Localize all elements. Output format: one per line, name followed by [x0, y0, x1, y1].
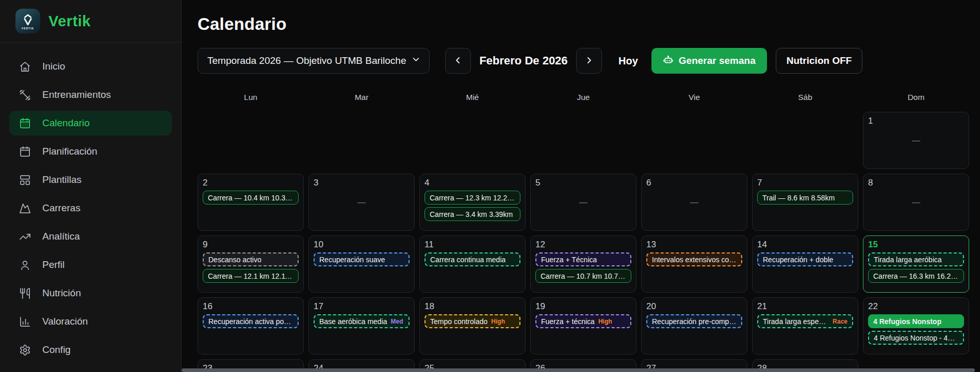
event-chip[interactable]: Carrera — 16.3 km 16.25km	[868, 269, 964, 283]
day-cell-19[interactable]: 19Fuerza + técnicaHigh	[530, 297, 636, 354]
day-cell-12[interactable]: 12Fuerza + TécnicaCarrera — 10.7 km 10.7…	[530, 235, 636, 293]
day-number: 5	[535, 177, 631, 188]
trending-up-icon	[19, 230, 31, 243]
day-cell-7[interactable]: 7Trail — 8.6 km 8.58km	[752, 174, 858, 231]
empty-day-marker: —	[912, 198, 920, 207]
day-number: 9	[203, 239, 299, 250]
templates-icon	[19, 174, 31, 186]
brand[interactable]: VERTIK Vertik	[0, 0, 181, 42]
sidebar-item-carreras[interactable]: Carreras	[9, 196, 172, 221]
empty-slot	[308, 112, 415, 169]
day-cell-20[interactable]: 20Recuperación pre-compete...	[641, 297, 747, 354]
intensity-badge: High	[491, 318, 505, 325]
day-number: 16	[203, 301, 299, 312]
event-chip[interactable]: Carrera continua media	[424, 252, 520, 266]
event-chip[interactable]: Descanso activo	[203, 252, 299, 266]
day-cell-14[interactable]: 14Recuperación + doble	[752, 235, 858, 293]
event-chip[interactable]: Carrera — 10.4 km 10.38km	[203, 191, 299, 205]
event-chip[interactable]: Fuerza + técnicaHigh	[535, 314, 631, 328]
event-chip[interactable]: 4 Refugios Nonstop	[868, 314, 964, 328]
dumbbell-icon	[19, 89, 31, 101]
sidebar-item-planificacion[interactable]: Planificación	[9, 139, 172, 164]
gear-icon	[19, 344, 31, 356]
event-label: Carrera continua media	[430, 256, 505, 264]
sidebar-item-label: Plantillas	[42, 174, 81, 185]
generate-week-button[interactable]: Generar semana	[651, 48, 767, 74]
empty-slot	[530, 112, 636, 169]
weekday-header-row: LunMarMiéJueVieSábDom	[198, 93, 969, 102]
event-chip[interactable]: Carrera — 10.7 km 10.7km	[535, 269, 631, 283]
weekday-label: Lun	[198, 93, 304, 102]
day-cell-17[interactable]: 17Base aeróbica mediaMed	[308, 297, 415, 354]
sidebar-item-perfil[interactable]: Perfil	[9, 252, 172, 277]
sidebar-item-label: Perfil	[42, 259, 64, 270]
event-label: Carrera — 12.1 km 12.11km	[208, 272, 293, 280]
day-cell-10[interactable]: 10Recuperación suave	[308, 235, 415, 293]
event-chip[interactable]: Intervalos extensivos colinas	[646, 252, 742, 266]
horizontal-scrollbar[interactable]	[182, 368, 975, 372]
next-month-button[interactable]	[576, 48, 602, 74]
sidebar-item-analitica[interactable]: Analítica	[9, 224, 172, 249]
sidebar-item-nutricion[interactable]: Nutrición	[9, 281, 172, 306]
empty-day-marker: —	[690, 198, 698, 207]
event-label: Descanso activo	[208, 256, 262, 264]
event-chip[interactable]: Recuperación suave	[314, 252, 410, 266]
sidebar-item-label: Carreras	[42, 202, 80, 214]
event-chip[interactable]: Carrera — 3.4 km 3.39km	[424, 207, 520, 221]
page-title: Calendario	[198, 14, 980, 34]
prev-month-button[interactable]	[445, 48, 471, 74]
sidebar-item-calendario[interactable]: Calendario	[9, 111, 172, 136]
event-chip[interactable]: Fuerza + Técnica	[535, 252, 631, 266]
sidebar-item-valoracion[interactable]: Valoración	[9, 309, 172, 334]
day-number: 11	[424, 239, 520, 250]
event-chip[interactable]: Tempo controladoHigh	[424, 314, 520, 328]
event-label: Fuerza + Técnica	[541, 256, 597, 264]
event-chip[interactable]: Recuperación + doble	[757, 252, 853, 266]
day-number: 3	[314, 177, 410, 188]
day-cell-5[interactable]: 5—	[530, 174, 636, 231]
toolbar: Temporada 2026 — Objetivo UTMB Bariloche…	[198, 48, 980, 74]
day-cell-11[interactable]: 11Carrera continua media	[419, 235, 526, 293]
nutrition-toggle-button[interactable]: Nutricion OFF	[776, 48, 863, 74]
season-select[interactable]: Temporada 2026 — Objetivo UTMB Bariloche	[198, 48, 430, 74]
mountain-icon	[19, 202, 31, 214]
day-cell-8[interactable]: 8—	[863, 174, 969, 231]
day-cell-3[interactable]: 3—	[308, 174, 415, 231]
event-label: Carrera — 12.3 km 12.26km	[430, 194, 515, 202]
event-chip[interactable]: Tirada larga aeróbica	[868, 252, 964, 266]
event-label: Base aeróbica media	[319, 317, 387, 326]
day-cell-18[interactable]: 18Tempo controladoHigh	[419, 297, 526, 354]
day-cell-13[interactable]: 13Intervalos extensivos colinas	[641, 235, 747, 293]
intensity-badge: Med	[391, 318, 403, 325]
brand-name: Vertik	[48, 13, 91, 30]
event-chip[interactable]: Carrera — 12.1 km 12.11km	[203, 269, 299, 283]
event-chip[interactable]: 4 Refugios Nonstop - 45km...	[868, 331, 964, 345]
today-button[interactable]: Hoy	[618, 55, 638, 67]
sidebar-item-plantillas[interactable]: Plantillas	[9, 167, 172, 192]
event-chip[interactable]: Recuperación activa post-s...	[203, 314, 299, 328]
event-label: 4 Refugios Nonstop	[873, 317, 941, 326]
day-cell-4[interactable]: 4Carrera — 12.3 km 12.26kmCarrera — 3.4 …	[419, 174, 526, 231]
sidebar-item-label: Config	[42, 344, 71, 356]
event-chip[interactable]: Recuperación pre-compete...	[646, 314, 742, 328]
day-cell-15[interactable]: 15Tirada larga aeróbicaCarrera — 16.3 km…	[863, 235, 969, 293]
event-chip[interactable]: Base aeróbica mediaMed	[314, 314, 410, 328]
day-cell-9[interactable]: 9Descanso activoCarrera — 12.1 km 12.11k…	[198, 235, 304, 293]
sidebar-item-entrenamientos[interactable]: Entrenamientos	[9, 82, 172, 107]
day-cell-2[interactable]: 2Carrera — 10.4 km 10.38km	[198, 174, 304, 231]
weekday-label: Mié	[419, 93, 526, 102]
day-cell-1[interactable]: 1—	[863, 112, 969, 169]
event-chip[interactable]: Carrera — 12.3 km 12.26km	[424, 191, 520, 205]
day-cell-22[interactable]: 224 Refugios Nonstop4 Refugios Nonstop -…	[863, 297, 969, 354]
sidebar-item-config[interactable]: Config	[9, 337, 172, 362]
weekday-label: Vie	[641, 93, 747, 102]
event-chip[interactable]: Tirada larga específicaRace	[757, 314, 853, 328]
home-icon	[19, 60, 31, 73]
day-cell-21[interactable]: 21Tirada larga específicaRace	[752, 297, 858, 354]
day-cell-6[interactable]: 6—	[641, 174, 747, 231]
day-number: 18	[424, 301, 520, 312]
app-root: VERTIK Vertik InicioEntrenamientosCalend…	[0, 0, 980, 372]
sidebar-item-inicio[interactable]: Inicio	[9, 54, 172, 79]
event-chip[interactable]: Trail — 8.6 km 8.58km	[757, 191, 853, 205]
day-cell-16[interactable]: 16Recuperación activa post-s...	[198, 297, 304, 354]
